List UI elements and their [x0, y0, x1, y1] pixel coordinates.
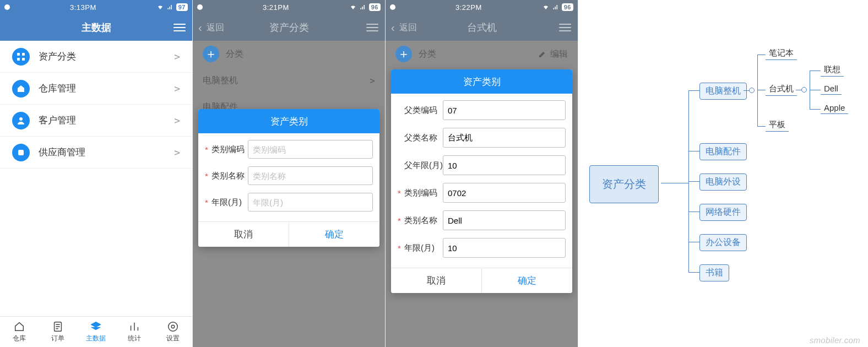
lifespan-input[interactable]	[248, 193, 373, 212]
navbar-3: ‹ 返回 台式机	[386, 14, 578, 41]
bg-add-row: ＋ 分类	[193, 41, 385, 67]
confirm-button[interactable]: 确定	[482, 268, 572, 293]
phone-screen-3: 3:22PM 96 ‹ 返回 台式机 ＋ 分类 编辑 资产类别	[386, 0, 578, 347]
svg-rect-1	[17, 53, 20, 56]
diagram-root: 资产分类	[589, 165, 659, 203]
svg-point-10	[197, 4, 203, 10]
navbar-title-2: 资产分类	[269, 21, 309, 34]
signal-icon	[166, 4, 174, 10]
document-icon	[52, 321, 64, 333]
tab-label: 仓库	[13, 334, 26, 343]
house-icon	[13, 321, 25, 333]
required-star-icon	[398, 106, 403, 115]
tab-order[interactable]: 订单	[39, 321, 77, 343]
battery-badge-1: 97	[176, 3, 188, 11]
category-name-input[interactable]	[248, 166, 373, 185]
menu-row-asset-category[interactable]: 资产分类 >	[0, 41, 192, 73]
category-code-input[interactable]	[443, 183, 566, 203]
tab-stats[interactable]: 统计	[115, 321, 154, 343]
menu-row-label: 仓库管理	[39, 82, 174, 95]
menu-row-warehouse[interactable]: 仓库管理 >	[0, 73, 192, 105]
plus-icon: ＋	[203, 46, 219, 62]
notification-dot-icon	[197, 4, 203, 10]
bg-add-row: ＋ 分类 编辑	[386, 41, 578, 67]
cancel-button[interactable]: 取消	[198, 222, 289, 247]
back-button[interactable]: ‹ 返回	[391, 14, 417, 41]
status-time-2: 3:21PM	[203, 3, 349, 12]
expand-circle-icon	[749, 88, 755, 93]
layers-icon	[90, 321, 102, 333]
menu-row-supplier[interactable]: 供应商管理 >	[0, 137, 192, 169]
required-star-icon: *	[398, 243, 403, 253]
field-parent-code: 父类编码	[398, 100, 566, 120]
phone-screen-1: 3:13PM 97 主数据 资产分类 > 仓库管理 >	[0, 0, 193, 347]
cancel-button[interactable]: 取消	[391, 268, 482, 293]
required-star-icon	[398, 133, 403, 143]
chevron-right-icon: >	[174, 147, 180, 158]
field-lifespan: * 年限(月)	[398, 238, 566, 258]
tab-label: 统计	[128, 334, 141, 343]
hamburger-menu-button[interactable]	[366, 14, 378, 41]
asset-category-modal-edit: 资产类别 父类编码 父类名称 父年限(月)	[391, 69, 572, 293]
field-label: 类别名称	[211, 171, 248, 181]
navbar-title-1: 主数据	[82, 21, 111, 34]
menu-row-label: 资产分类	[39, 50, 174, 63]
edit-button-dimmed: 编辑	[538, 48, 568, 60]
hamburger-menu-button[interactable]	[173, 14, 186, 41]
modal-title: 资产类别	[391, 69, 572, 94]
navbar-2: ‹ 返回 资产分类	[193, 14, 385, 41]
svg-rect-4	[22, 58, 25, 61]
tab-settings[interactable]: 设置	[154, 321, 192, 343]
menu-row-label: 供应商管理	[39, 146, 174, 159]
notification-dot-icon	[4, 4, 10, 10]
content-area-2: ＋ 分类 电脑整机 > 电脑配件 资产类别 * 类别编码 * 类别名称	[193, 41, 385, 347]
diagram-sub-tablet: 平板	[766, 118, 789, 132]
confirm-button[interactable]: 确定	[289, 222, 379, 247]
tab-warehouse[interactable]: 仓库	[0, 321, 39, 343]
navbar-title-3: 台式机	[467, 21, 497, 34]
plus-icon: ＋	[395, 46, 412, 62]
tab-label: 主数据	[86, 334, 106, 343]
statusbar-3: 3:22PM 96	[386, 0, 578, 14]
field-category-name: * 类别名称	[398, 210, 566, 230]
category-code-input[interactable]	[248, 140, 373, 159]
diagram-branch-network: 网络硬件	[699, 204, 747, 221]
field-category-code: * 类别编码	[205, 140, 373, 159]
diagram-brand-dell: Dell	[821, 83, 842, 95]
gear-icon	[167, 321, 179, 333]
field-lifespan: * 年限(月)	[205, 193, 373, 212]
hamburger-menu-button[interactable]	[559, 14, 571, 41]
battery-badge-2: 96	[369, 3, 381, 11]
svg-point-11	[390, 4, 395, 10]
statusbar-1: 3:13PM 97	[0, 0, 192, 14]
edit-label: 编辑	[550, 48, 568, 60]
diagram-branch-office: 办公设备	[699, 234, 747, 251]
status-time-3: 3:22PM	[395, 3, 542, 12]
menu-row-customer[interactable]: 客户管理 >	[0, 105, 192, 137]
hamburger-icon	[173, 24, 186, 31]
signal-icon	[552, 4, 560, 10]
chevron-right-icon: >	[174, 51, 180, 62]
required-star-icon	[398, 161, 403, 170]
diagram-brand-lenovo: 联想	[821, 63, 844, 77]
pencil-icon	[538, 50, 547, 58]
lifespan-input[interactable]	[443, 238, 566, 258]
field-category-code: * 类别编码	[398, 183, 566, 203]
category-name-input[interactable]	[443, 210, 566, 230]
parent-lifespan-input[interactable]	[443, 155, 566, 175]
field-label: 类别名称	[404, 215, 443, 226]
diagram-branch-parts: 电脑配件	[699, 143, 747, 160]
diagram-sub-desktop: 台式机	[766, 83, 797, 96]
field-label: 父类名称	[404, 133, 443, 143]
wifi-icon	[156, 4, 164, 10]
tab-master-data[interactable]: 主数据	[77, 321, 116, 343]
back-button[interactable]: ‹ 返回	[198, 14, 224, 41]
menu-row-label: 客户管理	[39, 114, 174, 127]
required-star-icon: *	[205, 171, 210, 181]
parent-code-input[interactable]	[443, 100, 566, 120]
hamburger-icon	[559, 24, 571, 31]
field-label: 类别编码	[211, 144, 248, 155]
content-area-1: 资产分类 > 仓库管理 > 客户管理 > 供应商管理 >	[0, 41, 192, 316]
parent-name-input[interactable]	[443, 128, 566, 148]
bg-add-label: 分类	[226, 48, 243, 60]
